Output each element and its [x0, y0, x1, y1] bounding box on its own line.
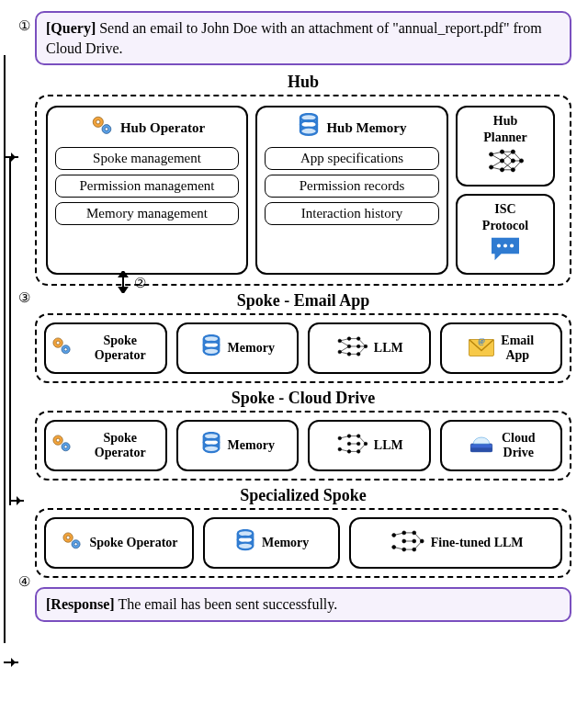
- database-icon: [297, 113, 321, 142]
- query-label: [Query]: [46, 20, 96, 36]
- isc-protocol-panel: ISC Protocol: [456, 194, 555, 275]
- spoke-llm-label: LLM: [374, 341, 403, 356]
- svg-text:@: @: [479, 337, 486, 345]
- spoke-operator-cell: Spoke Operator: [44, 420, 167, 471]
- step-2-label: ②: [134, 275, 146, 291]
- spoke-operator-label: Spoke Operator: [89, 536, 177, 549]
- spoke-app-l2: App: [505, 348, 529, 362]
- svg-marker-33: [119, 271, 127, 277]
- step-3-label: ③: [18, 289, 30, 306]
- spoke-app-cell: CloudDrive: [440, 420, 563, 471]
- spoke-cloud-container: Spoke Operator Memory LLM CloudDrive: [35, 411, 571, 481]
- hub-memory-panel: Hub Memory App specifications Permission…: [255, 106, 448, 275]
- svg-point-31: [510, 244, 514, 248]
- hub-title: Hub: [35, 73, 571, 92]
- spoke-app-l2: Drive: [503, 446, 534, 459]
- spoke-memory-cell: Memory: [203, 517, 340, 569]
- svg-line-53: [340, 346, 349, 352]
- svg-line-17: [492, 154, 503, 161]
- svg-point-38: [64, 348, 67, 351]
- svg-line-52: [340, 341, 349, 346]
- svg-point-94: [238, 543, 254, 550]
- svg-rect-87: [470, 448, 492, 452]
- chat-icon: [489, 235, 522, 266]
- response-text: The email has been sent successfully.: [118, 596, 337, 612]
- hub-op-item: Memory management: [55, 202, 239, 225]
- spoke-memory-cell: Memory: [176, 322, 300, 374]
- hub-container: Hub Operator Spoke management Permission…: [35, 95, 571, 286]
- hub-operator-title: Hub Operator: [120, 120, 205, 136]
- hub-planner-l1: Hub: [493, 114, 517, 129]
- hub-planner-l2: Planner: [483, 130, 526, 145]
- spoke-app-cell: @ EmailApp: [440, 322, 563, 374]
- svg-point-64: [56, 438, 60, 442]
- neural-net-icon: [486, 147, 525, 178]
- neural-net-icon: [389, 529, 425, 557]
- step-1-label: ①: [18, 17, 30, 35]
- svg-point-66: [64, 446, 67, 448]
- spoke-llm-label: Fine-tuned LLM: [431, 536, 524, 550]
- query-text: Send an email to John Doe with an attach…: [46, 20, 542, 56]
- spoke-email-container: Spoke Operator Memory LLM @ EmailApp: [35, 313, 571, 383]
- svg-point-3: [105, 128, 108, 131]
- hub-planner-panel: Hub Planner: [456, 106, 555, 187]
- spoke-app-l1: Cloud: [502, 431, 536, 445]
- neural-net-icon: [335, 334, 368, 362]
- hub-operator-panel: Hub Operator Spoke management Permission…: [46, 106, 248, 275]
- svg-point-41: [203, 348, 219, 356]
- hub-op-item: Spoke management: [55, 147, 239, 170]
- isc-l2: Protocol: [482, 219, 528, 233]
- svg-line-18: [492, 161, 503, 167]
- spoke-memory-label: Memory: [262, 536, 309, 550]
- svg-point-6: [301, 128, 318, 135]
- spoke-operator-cell: Spoke Operator: [44, 322, 167, 374]
- step-4-label: ④: [18, 572, 30, 591]
- svg-point-91: [74, 543, 77, 546]
- svg-point-30: [503, 244, 507, 248]
- svg-point-29: [497, 244, 501, 248]
- spoke-llm-label: LLM: [374, 438, 403, 453]
- spoke-special-title: Specialized Spoke: [35, 486, 571, 505]
- spoke-memory-label: Memory: [228, 438, 275, 453]
- svg-point-89: [67, 536, 71, 539]
- email-icon: @: [468, 334, 495, 362]
- gears-icon: [50, 334, 74, 362]
- svg-point-69: [203, 446, 219, 453]
- cloud-drive-icon: [467, 431, 496, 460]
- bidir-arrow-icon: [116, 271, 130, 298]
- response-box: ④ [Response] The email has been sent suc…: [35, 587, 571, 622]
- svg-point-1: [96, 120, 100, 124]
- gears-icon: [60, 529, 84, 557]
- spoke-llm-cell: LLM: [308, 322, 431, 374]
- neural-net-icon: [335, 432, 368, 459]
- spoke-memory-label: Memory: [228, 341, 275, 356]
- spoke-cloud-title: Spoke - Cloud Drive: [35, 389, 571, 408]
- hub-mem-item: Interaction history: [265, 202, 439, 225]
- gears-icon: [89, 113, 115, 142]
- spoke-operator-cell: Spoke Operator: [44, 517, 194, 569]
- spoke-memory-cell: Memory: [176, 420, 300, 471]
- spoke-operator-label: Spoke Operator: [95, 431, 146, 459]
- spoke-operator-label: Spoke Operator: [95, 334, 146, 362]
- isc-l1: ISC: [494, 202, 515, 217]
- database-icon: [200, 432, 222, 459]
- spoke-special-container: Spoke Operator Memory Fine-tuned LLM: [35, 508, 571, 578]
- hub-mem-item: Permission records: [265, 175, 439, 198]
- spoke-llm-cell: LLM: [308, 420, 431, 471]
- database-icon: [200, 334, 222, 362]
- response-label: [Response]: [46, 596, 115, 612]
- hub-memory-title: Hub Memory: [326, 120, 406, 136]
- spoke-llm-cell: Fine-tuned LLM: [349, 517, 562, 569]
- database-icon: [234, 529, 256, 557]
- svg-marker-34: [119, 288, 127, 293]
- hub-op-item: Permission management: [55, 175, 239, 198]
- spoke-app-l1: Email: [501, 334, 534, 347]
- query-box: ① [Query] Send an email to John Doe with…: [35, 11, 571, 65]
- hub-mem-item: App specifications: [265, 147, 439, 170]
- gears-icon: [50, 432, 74, 459]
- svg-point-36: [56, 341, 60, 345]
